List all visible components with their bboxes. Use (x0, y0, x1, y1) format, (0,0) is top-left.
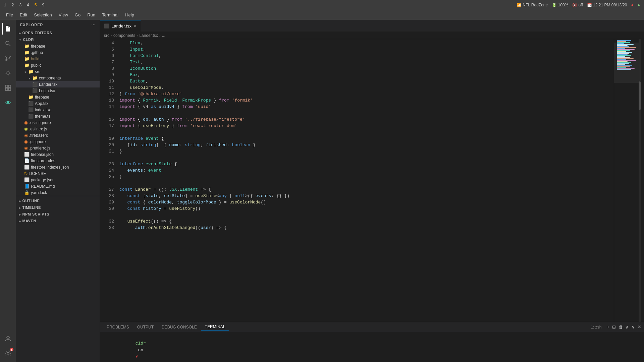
tree-item-firestore-rules[interactable]: 📄 firestore.rules (16, 158, 100, 164)
tab-2[interactable]: 2 (12, 3, 14, 7)
tree-item-firebaserc[interactable]: ◉ .firebaserc (16, 132, 100, 138)
remote-icon[interactable] (2, 97, 14, 109)
tree-item-eslintrc[interactable]: ◉ .eslintrc.js (16, 126, 100, 132)
tab-3[interactable]: 3 (19, 3, 21, 7)
tree-item-src[interactable]: 📁 src (16, 68, 100, 75)
tab-9[interactable]: 9 (42, 3, 44, 7)
tree-item-license[interactable]: © LICENSE (16, 170, 100, 177)
debug-icon[interactable] (2, 67, 14, 79)
account-icon[interactable] (2, 333, 14, 345)
kill-terminal-icon[interactable]: 🗑 (619, 324, 623, 329)
cldr-chevron (19, 38, 21, 42)
scrollbar[interactable] (641, 39, 644, 322)
tab-output[interactable]: OUTPUT (133, 323, 158, 331)
tree-item-firestore-indexes[interactable]: ⬜ firestore.indexes.json (16, 164, 100, 170)
gitignore-icon: ◉ (24, 139, 28, 144)
tree-item-login-tsx[interactable]: ⬛ Login.tsx (16, 87, 100, 94)
tree-item-firebase-json[interactable]: ⬜ firebase.json (16, 151, 100, 158)
tree-item-label: components (39, 76, 61, 80)
tree-item-yarn-lock[interactable]: 🔒 yarn.lock (16, 189, 100, 196)
tree-item-label: .github (31, 50, 43, 55)
npm-scripts-header[interactable]: NPM SCRIPTS (16, 211, 100, 218)
breadcrumb-more[interactable]: ... (162, 33, 165, 38)
shell-selector[interactable]: 1: zsh (591, 325, 601, 329)
extensions-icon[interactable] (2, 82, 14, 94)
tsx-icon: ⬛ (28, 101, 34, 106)
tree-item-firebase-src[interactable]: 📁 firebase (16, 94, 100, 100)
minimap-slider[interactable] (614, 43, 641, 83)
menu-run[interactable]: Run (85, 11, 98, 19)
new-terminal-icon[interactable]: + (607, 324, 609, 329)
wifi-status: 📶 NFL RedZone (517, 3, 548, 7)
code-editor[interactable]: 45678 910111213 14 1617 192021 232425 27… (100, 39, 644, 322)
tab-close-button[interactable]: ✕ (133, 24, 137, 28)
tree-item-readme[interactable]: 📘 README.md (16, 183, 100, 189)
menu-view[interactable]: View (56, 11, 71, 19)
title-bar-tabs[interactable]: 1 2 3 4 5 9 (4, 3, 44, 7)
tree-item-prettierrc[interactable]: ◉ .prettierrc.js (16, 145, 100, 151)
menu-terminal[interactable]: Terminal (99, 11, 121, 19)
tsx-icon: ⬛ (32, 82, 38, 87)
terminal-content[interactable]: cldr on ⚡ master [✗] via ● v14.5.0 > scr… (100, 332, 644, 362)
dot-icon: ◉ (24, 120, 28, 125)
tree-item-components[interactable]: 📁 components (16, 75, 100, 81)
menu-go[interactable]: Go (72, 11, 83, 19)
tab-debug-console[interactable]: DEBUG CONSOLE (158, 323, 201, 331)
outline-header[interactable]: OUTLINE (16, 197, 100, 204)
tab-terminal[interactable]: TERMINAL (201, 323, 229, 331)
tree-item-label: src (35, 69, 40, 74)
git-icon[interactable] (2, 52, 14, 64)
tree-item-gitignore[interactable]: ◉ .gitignore (16, 138, 100, 145)
components-folder-icon: 📁 (32, 75, 38, 80)
breadcrumb-file[interactable]: Lander.tsx (139, 33, 158, 38)
breadcrumb-src[interactable]: src (104, 33, 109, 38)
tab-1[interactable]: 1 (4, 3, 6, 7)
maximize-icon[interactable]: ● (638, 3, 640, 7)
minimize-terminal-icon[interactable]: ∨ (632, 324, 635, 329)
tree-item-build[interactable]: 📁 build (16, 56, 100, 62)
tree-item-firebase-folder[interactable]: 📁 firebase (16, 43, 100, 49)
tree-item-github[interactable]: 📁 .github (16, 49, 100, 56)
explorer-icon[interactable] (2, 23, 14, 35)
search-icon[interactable] (2, 38, 14, 50)
tree-item-label: Lander.tsx (39, 82, 57, 87)
tab-problems[interactable]: PROBLEMS (103, 323, 133, 331)
tree-item-app-tsx[interactable]: ⬛ App.tsx (16, 100, 100, 107)
tree-item-package-json[interactable]: ⬜ package.json (16, 177, 100, 183)
tab-5[interactable]: 5 (35, 3, 37, 7)
tab-4[interactable]: 4 (27, 3, 29, 7)
tab-file-icon: ⬛ (104, 23, 109, 28)
timeline-header[interactable]: TIMELINE (16, 204, 100, 211)
svg-point-5 (6, 59, 7, 61)
code-content[interactable]: Flex, Input, FormControl, Text, IconButt… (117, 39, 614, 322)
cldr-header[interactable]: CLDR (16, 36, 100, 43)
settings-icon[interactable]: 1 (2, 347, 14, 359)
svg-point-1 (6, 41, 9, 45)
tree-item-label: .gitignore (29, 139, 46, 144)
tree-item-label: theme.ts (35, 114, 50, 119)
close-terminal-icon[interactable]: ✕ (638, 324, 641, 329)
close-icon[interactable]: ● (631, 3, 634, 7)
maximize-terminal-icon[interactable]: ∧ (626, 324, 629, 329)
breadcrumb-components[interactable]: components (113, 33, 135, 38)
split-terminal-icon[interactable]: ⊟ (612, 324, 616, 329)
tree-item-eslintignore[interactable]: ◉ .eslintignore (16, 119, 100, 126)
tree-item-lander-tsx[interactable]: ⬛ Lander.tsx (16, 81, 100, 87)
tree-item-theme-ts[interactable]: ⬛ theme.ts (16, 113, 100, 119)
activity-bar: 1 (0, 20, 16, 362)
sidebar-more-icon[interactable]: ··· (92, 23, 96, 27)
outline-chevron (19, 199, 21, 203)
menu-edit[interactable]: Edit (17, 11, 30, 19)
rules-icon: 📄 (24, 158, 30, 163)
maven-header[interactable]: MAVEN (16, 218, 100, 224)
svg-rect-12 (5, 85, 8, 87)
open-editors-header[interactable]: OPEN EDITORS (16, 29, 100, 36)
menu-file[interactable]: File (3, 11, 16, 19)
menu-help[interactable]: Help (122, 11, 137, 19)
tree-item-index-tsx[interactable]: ⬛ index.tsx (16, 107, 100, 113)
components-chevron (28, 76, 31, 80)
sound-status: 🔇 off (572, 3, 583, 7)
editor-tab-lander[interactable]: ⬛ Lander.tsx ✕ (100, 20, 141, 32)
tree-item-public[interactable]: 📁 public (16, 62, 100, 68)
menu-selection[interactable]: Selection (31, 11, 54, 19)
